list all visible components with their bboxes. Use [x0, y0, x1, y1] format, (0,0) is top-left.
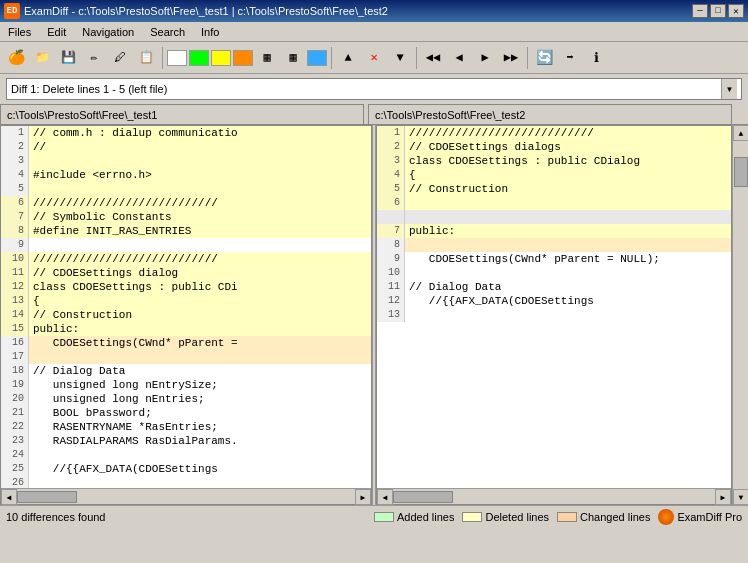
scroll-down-btn[interactable]: ▼ [733, 489, 748, 505]
right-pane: 1////////////////////////////2// CDOESet… [376, 125, 732, 505]
toolbar-next[interactable]: ▶ [473, 46, 497, 70]
line-number: 11 [377, 280, 405, 294]
line-content: public: [29, 322, 371, 336]
line-number: 25 [1, 462, 29, 476]
menu-navigation[interactable]: Navigation [78, 24, 138, 40]
toolbar-info[interactable]: ℹ [584, 46, 608, 70]
toolbar-down[interactable]: ▼ [388, 46, 412, 70]
line-content [405, 238, 731, 252]
line-number: 13 [377, 308, 405, 322]
line-content: { [29, 294, 371, 308]
legend-deleted-label: Deleted lines [485, 511, 549, 523]
line-number: 10 [377, 266, 405, 280]
line-content: CDOESettings(CWnd* pParent = [29, 336, 371, 350]
minimize-button[interactable]: ─ [692, 4, 708, 18]
menu-edit[interactable]: Edit [43, 24, 70, 40]
right-scrollbar-v[interactable]: ▲ ▼ [732, 125, 748, 505]
toolbar-last[interactable]: ▶▶ [499, 46, 523, 70]
table-row [377, 210, 731, 224]
diff-combo-label: Diff 1: Delete lines 1 - 5 (left file) [11, 83, 167, 95]
left-file-content[interactable]: 1// comm.h : dialup communicatio2//34#in… [1, 126, 371, 488]
close-button[interactable]: ✕ [728, 4, 744, 18]
toolbar-grid1[interactable]: ▦ [255, 46, 279, 70]
table-row: 23 RASDIALPARAMS RasDialParams. [1, 434, 371, 448]
left-file-header: c:\Tools\PrestoSoft\Free\_test1 [0, 104, 364, 124]
line-content: RASDIALPARAMS RasDialParams. [29, 434, 371, 448]
line-content: { [405, 168, 731, 182]
right-pane-container: 1////////////////////////////2// CDOESet… [376, 125, 748, 505]
scroll-thumb[interactable] [734, 157, 748, 187]
table-row: 3class CDOESettings : public CDialog [377, 154, 731, 168]
right-scroll-left-btn[interactable]: ◀ [377, 489, 393, 505]
toolbar-first[interactable]: ◀◀ [421, 46, 445, 70]
toolbar-arrow-right[interactable]: ➡ [558, 46, 582, 70]
toolbar-x[interactable]: ✕ [362, 46, 386, 70]
left-code-lines: 1// comm.h : dialup communicatio2//34#in… [1, 126, 371, 488]
left-scroll-track[interactable] [17, 489, 355, 504]
right-file-content[interactable]: 1////////////////////////////2// CDOESet… [377, 126, 731, 488]
window-controls[interactable]: ─ □ ✕ [692, 4, 744, 18]
line-content: public: [405, 224, 731, 238]
toolbar-block[interactable] [307, 50, 327, 66]
menu-files[interactable]: Files [4, 24, 35, 40]
menu-info[interactable]: Info [197, 24, 223, 40]
right-scroll-track[interactable] [393, 489, 715, 504]
toolbar-save[interactable]: 💾 [56, 46, 80, 70]
toolbar-edit2[interactable]: 🖊 [108, 46, 132, 70]
table-row: 13 [377, 308, 731, 322]
toolbar-refresh[interactable]: 🔄 [532, 46, 556, 70]
toolbar-prev[interactable]: ◀ [447, 46, 471, 70]
left-scroll-right-btn[interactable]: ▶ [355, 489, 371, 505]
toolbar-color4[interactable] [233, 50, 253, 66]
left-pane-container: 1// comm.h : dialup communicatio2//34#in… [0, 125, 372, 505]
line-number: 12 [1, 280, 29, 294]
line-content: // Construction [405, 182, 731, 196]
line-number: 13 [1, 294, 29, 308]
scroll-up-btn[interactable]: ▲ [733, 125, 748, 141]
examdiff-icon [658, 509, 674, 525]
toolbar-up[interactable]: ▲ [336, 46, 360, 70]
table-row: 5// Construction [377, 182, 731, 196]
line-content: //////////////////////////// [29, 196, 371, 210]
line-content: RASENTRYNAME *RasEntries; [29, 420, 371, 434]
title-bar: ED ExamDiff - c:\Tools\PrestoSoft\Free\_… [0, 0, 748, 22]
toolbar-copy[interactable]: 📋 [134, 46, 158, 70]
line-content: class CDOESettings : public CDi [29, 280, 371, 294]
right-file-header: c:\Tools\PrestoSoft\Free\_test2 [368, 104, 732, 124]
title-text: ExamDiff - c:\Tools\PrestoSoft\Free\_tes… [24, 5, 388, 17]
left-scroll-thumb[interactable] [17, 491, 77, 503]
right-scroll-right-btn[interactable]: ▶ [715, 489, 731, 505]
right-scrollbar-h[interactable]: ◀ ▶ [377, 488, 731, 504]
examdiff-pro-logo[interactable]: ExamDiff Pro [658, 509, 742, 525]
line-number: 26 [1, 476, 29, 488]
line-number: 6 [377, 196, 405, 210]
toolbar-open1[interactable]: 📁 [30, 46, 54, 70]
diff-combo-arrow[interactable]: ▼ [721, 79, 737, 99]
maximize-button[interactable]: □ [710, 4, 726, 18]
menu-search[interactable]: Search [146, 24, 189, 40]
diff-combo[interactable]: Diff 1: Delete lines 1 - 5 (left file) ▼ [6, 78, 742, 100]
toolbar-color2[interactable] [189, 50, 209, 66]
right-scroll-thumb[interactable] [393, 491, 453, 503]
line-content: //{{AFX_DATA(CDOESettings [29, 462, 371, 476]
table-row: 12class CDOESettings : public CDi [1, 280, 371, 294]
left-scroll-left-btn[interactable]: ◀ [1, 489, 17, 505]
toolbar-app-icon[interactable]: 🍊 [4, 46, 28, 70]
table-row: 6 [377, 196, 731, 210]
line-content: // Symbolic Constants [29, 210, 371, 224]
toolbar-color3[interactable] [211, 50, 231, 66]
toolbar-grid2[interactable]: ▦ [281, 46, 305, 70]
left-scrollbar-h[interactable]: ◀ ▶ [1, 488, 371, 504]
toolbar-edit1[interactable]: ✏️ [82, 46, 106, 70]
scroll-track[interactable] [733, 141, 748, 489]
table-row: 3 [1, 154, 371, 168]
table-row: 10//////////////////////////// [1, 252, 371, 266]
line-content: #define INIT_RAS_ENTRIES [29, 224, 371, 238]
line-content [405, 196, 731, 210]
line-number: 4 [377, 168, 405, 182]
left-file-path: c:\Tools\PrestoSoft\Free\_test1 [7, 109, 157, 121]
legend-deleted: Deleted lines [462, 511, 549, 523]
toolbar-color1[interactable] [167, 50, 187, 66]
table-row: 16 CDOESettings(CWnd* pParent = [1, 336, 371, 350]
table-row: 2// CDOESettings dialogs [377, 140, 731, 154]
